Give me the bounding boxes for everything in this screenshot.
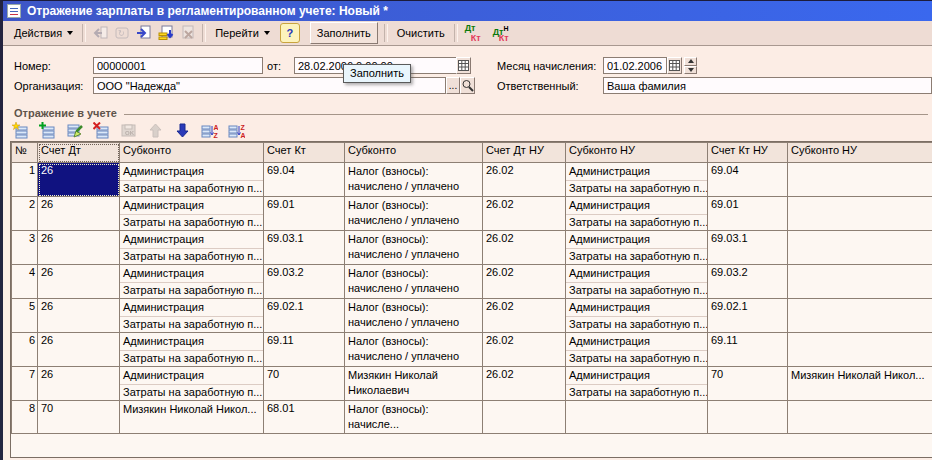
actions-menu-button[interactable]: Действия (8, 23, 79, 43)
cell[interactable]: 26 (38, 333, 120, 367)
cell[interactable]: 26 (38, 367, 120, 401)
cell[interactable] (566, 401, 708, 434)
write-button[interactable] (133, 23, 155, 43)
month-spinner[interactable] (684, 57, 697, 74)
cell[interactable]: 69.03.1 (264, 231, 345, 265)
cell[interactable]: Налог (взносы): начислено / уплачено (345, 231, 483, 265)
cell[interactable]: Налог (взносы): начислено / уплачено (345, 333, 483, 367)
fill-button[interactable]: Заполнить (310, 22, 378, 44)
cell[interactable]: 69.03.1 (708, 231, 788, 265)
cell[interactable]: Мизякин Николай Никол... (788, 367, 932, 401)
cell[interactable]: 69.04 (708, 163, 788, 197)
cell[interactable]: 69.01 (264, 197, 345, 231)
dtkt-nu-button[interactable]: ДтН Кт (491, 24, 515, 43)
cell[interactable] (788, 197, 932, 231)
help-button[interactable]: ? (280, 23, 300, 43)
save-ok-button[interactable]: OK (120, 122, 137, 139)
cell[interactable]: 26.02 (483, 367, 566, 401)
cell[interactable]: АдминистрацияЗатраты на заработную п... (120, 197, 264, 231)
cell[interactable]: АдминистрацияЗатраты на заработную п... (120, 333, 264, 367)
number-input[interactable] (93, 57, 263, 74)
month-calendar-button[interactable] (667, 57, 682, 74)
unpost-button[interactable] (177, 23, 199, 43)
cell[interactable] (788, 163, 932, 197)
cell[interactable]: 68.01 (264, 401, 345, 434)
cell[interactable]: АдминистрацияЗатраты на заработную п... (120, 367, 264, 401)
cell[interactable]: 69.02.1 (264, 299, 345, 333)
organization-select-button[interactable]: ... (446, 77, 460, 94)
cell[interactable]: АдминистрацияЗатраты на заработную п... (566, 197, 708, 231)
cell[interactable]: 3 (12, 231, 38, 265)
spinner-down-button[interactable] (684, 66, 697, 75)
sort-za-button[interactable]: Z A (228, 122, 245, 139)
cell[interactable]: 2 (12, 197, 38, 231)
goto-menu-button[interactable]: Перейти (209, 23, 276, 43)
cell[interactable]: Налог (взносы): начислено / уплачено (345, 299, 483, 333)
refresh-button[interactable]: ↻ (111, 23, 133, 43)
cell[interactable]: 70 (708, 367, 788, 401)
date-calendar-button[interactable] (456, 57, 471, 74)
cell[interactable]: 26.02 (483, 265, 566, 299)
cell[interactable]: 5 (12, 299, 38, 333)
cell[interactable] (788, 265, 932, 299)
cell[interactable] (788, 299, 932, 333)
cell[interactable]: АдминистрацияЗатраты на заработную п... (566, 231, 708, 265)
cell[interactable]: 26.02 (483, 299, 566, 333)
cell[interactable]: АдминистрацияЗатраты на заработную п... (566, 333, 708, 367)
cell[interactable]: 26.02 (483, 163, 566, 197)
cell[interactable]: 70 (38, 401, 120, 434)
prev-button[interactable] (89, 23, 111, 43)
copy-row-button[interactable] (39, 122, 56, 139)
dtkt-button[interactable]: Дт Кт (463, 24, 487, 43)
sort-az-button[interactable]: A Z (201, 122, 218, 139)
organization-open-button[interactable] (460, 77, 475, 94)
cell[interactable]: АдминистрацияЗатраты на заработную п... (120, 163, 264, 197)
column-header[interactable]: Счет Кт НУ (708, 143, 788, 163)
cell[interactable]: 69.03.2 (264, 265, 345, 299)
cell[interactable]: 70 (264, 367, 345, 401)
cell[interactable]: 69.04 (264, 163, 345, 197)
cell[interactable]: 26 (38, 231, 120, 265)
add-row-button[interactable] (12, 122, 29, 139)
cell[interactable] (788, 401, 932, 434)
cell[interactable]: Налог (взносы): начислено / уплачено (345, 163, 483, 197)
cell[interactable] (483, 401, 566, 434)
cell[interactable]: 69.03.2 (708, 265, 788, 299)
column-header[interactable]: Субконто (345, 143, 483, 163)
cell[interactable]: Налог (взносы): начислено / уплачено (345, 197, 483, 231)
cell[interactable]: 1 (12, 163, 38, 197)
column-header[interactable]: Субконто НУ (788, 143, 932, 163)
move-down-button[interactable] (174, 122, 191, 139)
responsible-input[interactable] (603, 77, 932, 94)
cell[interactable]: 6 (12, 333, 38, 367)
cell[interactable]: 8 (12, 401, 38, 434)
cell[interactable]: 26.02 (483, 333, 566, 367)
cell[interactable]: 26 (38, 265, 120, 299)
cell[interactable] (708, 401, 788, 434)
cell[interactable] (788, 333, 932, 367)
cell[interactable] (788, 231, 932, 265)
cell[interactable]: 26 (38, 197, 120, 231)
cell[interactable]: АдминистрацияЗатраты на заработную п... (566, 163, 708, 197)
cell[interactable]: Налог (взносы): начислено / уплачено (345, 265, 483, 299)
cell[interactable]: АдминистрацияЗатраты на заработную п... (566, 265, 708, 299)
cell[interactable]: 26 (38, 299, 120, 333)
cell[interactable]: АдминистрацияЗатраты на заработную п... (566, 367, 708, 401)
cell[interactable]: АдминистрацияЗатраты на заработную п... (566, 299, 708, 333)
column-header[interactable]: № (12, 143, 38, 163)
spinner-up-button[interactable] (684, 57, 697, 66)
cell[interactable]: Мизякин Николай Николаевич (345, 367, 483, 401)
cell[interactable]: Налог (взносы): начисле... (345, 401, 483, 434)
move-up-button[interactable] (147, 122, 164, 139)
edit-row-button[interactable] (66, 122, 83, 139)
cell[interactable]: 7 (12, 367, 38, 401)
cell[interactable]: 26.02 (483, 231, 566, 265)
column-header[interactable]: Счет Кт (264, 143, 345, 163)
post-button[interactable] (155, 23, 177, 43)
cell[interactable]: 4 (12, 265, 38, 299)
column-header[interactable]: Счет Дт НУ (483, 143, 566, 163)
cell[interactable]: АдминистрацияЗатраты на заработную п... (120, 299, 264, 333)
cell[interactable]: 26.02 (483, 197, 566, 231)
clear-button[interactable]: Очистить (391, 23, 451, 43)
cell[interactable]: АдминистрацияЗатраты на заработную п... (120, 265, 264, 299)
